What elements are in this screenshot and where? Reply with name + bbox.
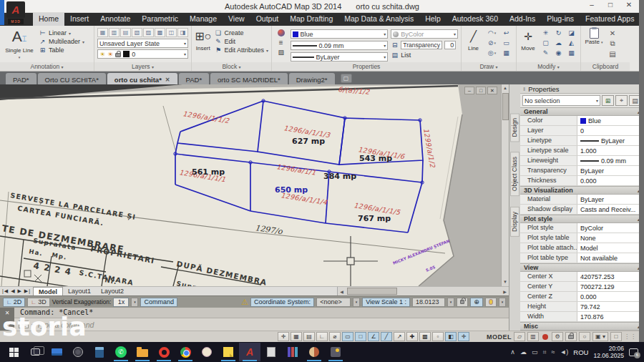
toggle-snap[interactable]: ▦ xyxy=(291,332,302,341)
toggle-ducs[interactable]: ╱ xyxy=(381,332,392,341)
panel-label-annotation[interactable]: Annotation ▾ xyxy=(0,62,94,71)
property-value[interactable]: None xyxy=(577,233,643,243)
doc-tab[interactable]: PAD* xyxy=(6,73,36,84)
multileader-button[interactable]: ↗Multileader▾ xyxy=(39,38,84,45)
ribbon-tab-add-ins[interactable]: Add-Ins xyxy=(504,13,541,26)
notification-center-icon[interactable]: 6 xyxy=(629,348,638,356)
resize-grip[interactable]: ⋮⋮ xyxy=(624,333,637,340)
wifi-icon[interactable]: ≈ xyxy=(551,348,555,356)
hatch-button[interactable]: ▦ xyxy=(499,48,513,57)
property-value[interactable]: 170.876 xyxy=(577,312,643,321)
property-value[interactable]: Blue xyxy=(577,116,643,125)
taskbar-remote-app[interactable] xyxy=(46,343,67,361)
close-tab-icon[interactable]: ✕ xyxy=(165,77,170,83)
ribbon-tab-plug-ins[interactable]: Plug-ins xyxy=(541,13,580,26)
layout-nav-icons[interactable]: |◀ ◀ ▶ ▶| xyxy=(0,288,33,294)
scroll-down-icon[interactable]: ▼ xyxy=(503,278,507,286)
toggle-qp[interactable]: ▫ xyxy=(432,332,444,341)
panel-label-block[interactable]: Block ▾ xyxy=(192,62,271,71)
dwg-minimize-icon[interactable]: – xyxy=(464,87,474,94)
property-value[interactable]: ByLayer xyxy=(577,195,643,204)
edit-attributes-button[interactable]: ⚑Edit Attributes▾ xyxy=(214,47,268,54)
vx-value-field[interactable]: 1x xyxy=(113,298,129,307)
toggle-osnap3d[interactable]: □ xyxy=(355,332,366,341)
horizontal-scrollbar[interactable]: ◀ ▶ xyxy=(337,287,509,295)
toggle-tpy[interactable]: ▩ xyxy=(419,332,431,341)
property-value[interactable]: 0.000 xyxy=(577,292,643,301)
property-value[interactable]: 1.000 xyxy=(577,146,643,155)
toggle-grid[interactable]: ▤ xyxy=(303,332,315,341)
vertical-scrollbar[interactable]: ▲ ▼ xyxy=(501,84,509,286)
color-sphere-icon[interactable] xyxy=(278,29,285,36)
layer-tool-icon-7[interactable]: ◨ xyxy=(177,28,188,37)
taskbar-sticky-notes-app[interactable] xyxy=(218,343,239,361)
taskbar-explorer-app[interactable] xyxy=(132,343,153,361)
panel-label-clipboard[interactable]: Clipboard xyxy=(581,62,630,71)
scale-dropdown-icon[interactable]: ▾ xyxy=(447,298,454,307)
doc-tab[interactable]: orto SC MADRIDEL* xyxy=(210,73,288,84)
taskbar-opera-app[interactable] xyxy=(153,343,175,361)
panel-label-layers[interactable]: Layers ▾ xyxy=(94,62,191,71)
section-header-3d-visualization[interactable]: 3D Visualization▴ xyxy=(520,186,643,195)
taskbar-app-circle[interactable] xyxy=(196,343,218,361)
ribbon-tab-parametric[interactable]: Parametric xyxy=(136,13,184,26)
match-properties-icon[interactable]: ▤ xyxy=(609,50,615,58)
more-dropdown-icon[interactable]: ▾ xyxy=(499,298,506,307)
circle-button[interactable]: ⊘▾ xyxy=(485,38,499,47)
ribbon-tab-home[interactable]: Home xyxy=(33,13,64,26)
scroll-left-icon[interactable]: ◀ xyxy=(338,289,346,294)
fillet-button[interactable]: ☁ xyxy=(552,38,565,47)
scale-button[interactable]: ◉ xyxy=(552,48,565,57)
property-value[interactable]: ByLayer xyxy=(577,166,643,175)
move-button[interactable]: ✛ Move xyxy=(519,28,537,62)
linear-dimension-button[interactable]: ⊢Linear▾ xyxy=(39,29,84,36)
dwg-close-icon[interactable]: ✕ xyxy=(487,87,497,94)
scale-lock-button[interactable] xyxy=(457,298,468,307)
taskbar-calculator-app[interactable] xyxy=(89,343,110,361)
restore-icon[interactable]: □ xyxy=(601,1,620,9)
autocad-app-button[interactable]: A M3D xyxy=(6,1,25,24)
property-value[interactable]: Model xyxy=(577,243,643,253)
table-button[interactable]: ⊞Table xyxy=(39,47,84,54)
model-space-button[interactable]: MODEL xyxy=(487,333,512,341)
minimize-icon[interactable]: – xyxy=(582,1,601,9)
doc-tab[interactable]: Orto CU SCHITA* xyxy=(38,73,106,84)
taskbar-winrar-app[interactable] xyxy=(282,343,303,361)
linetype-icon[interactable]: ▨ xyxy=(278,49,285,56)
doc-tab[interactable]: Drawing2* xyxy=(289,73,335,84)
plot-style-dropdown[interactable]: ByColor▾ xyxy=(391,29,458,39)
toggle-infer[interactable]: ✛ xyxy=(278,332,289,341)
palette-tab-display[interactable]: Display xyxy=(510,207,519,237)
property-value[interactable]: 0 xyxy=(577,126,643,135)
toggle-otrack[interactable]: ∠ xyxy=(368,332,379,341)
lineweight-dropdown[interactable]: 0.09 mm▾ xyxy=(291,41,389,50)
record-status-icon[interactable] xyxy=(542,334,548,340)
rectangle-button[interactable]: ▭ xyxy=(499,38,513,47)
tab-layout2[interactable]: Layout2 xyxy=(96,287,129,295)
layer-tool-icon-0[interactable]: ▦ xyxy=(97,28,108,37)
vscroll-thumb[interactable] xyxy=(502,93,509,120)
property-value[interactable]: 79.742 xyxy=(577,302,643,311)
panel-label-draw[interactable]: Draw ▾ xyxy=(462,62,516,71)
revcloud-button[interactable]: ↩ xyxy=(499,28,513,37)
ribbon-tab-help[interactable]: Help xyxy=(419,13,447,26)
volume-icon[interactable]: ◄) xyxy=(560,348,568,356)
property-value[interactable]: 420757.253 xyxy=(577,272,643,281)
2d-mode-button[interactable]: ∟2D xyxy=(3,298,25,307)
toggle-lwt[interactable]: ✚ xyxy=(406,332,418,341)
ribbon-tab-manage[interactable]: Manage xyxy=(184,13,223,26)
layer-tool-icon-1[interactable]: ▥ xyxy=(109,28,119,37)
object-color-dropdown[interactable]: Blue▾ xyxy=(291,29,389,39)
vx-dropdown-icon[interactable]: ▾ xyxy=(131,298,138,307)
copy-clip-icon[interactable]: ⧉ xyxy=(610,39,615,48)
section-header-general[interactable]: General▴ xyxy=(520,107,643,116)
layer-tool-icon-4[interactable]: ▨ xyxy=(143,28,154,37)
single-line-button[interactable]: A⌶ Single Line▾ xyxy=(3,28,36,62)
settings-gear-icon[interactable]: ⚙ xyxy=(552,332,563,341)
linetype-dropdown[interactable]: ByLayer▾ xyxy=(291,52,389,62)
trim-button[interactable]: ◪ xyxy=(565,28,577,37)
property-value[interactable]: 700272.129 xyxy=(577,282,643,291)
erase-button[interactable]: ✎ xyxy=(540,48,552,57)
toggle-am[interactable]: ✛ xyxy=(458,332,469,341)
select-objects-button[interactable]: ⌖ xyxy=(615,95,628,106)
